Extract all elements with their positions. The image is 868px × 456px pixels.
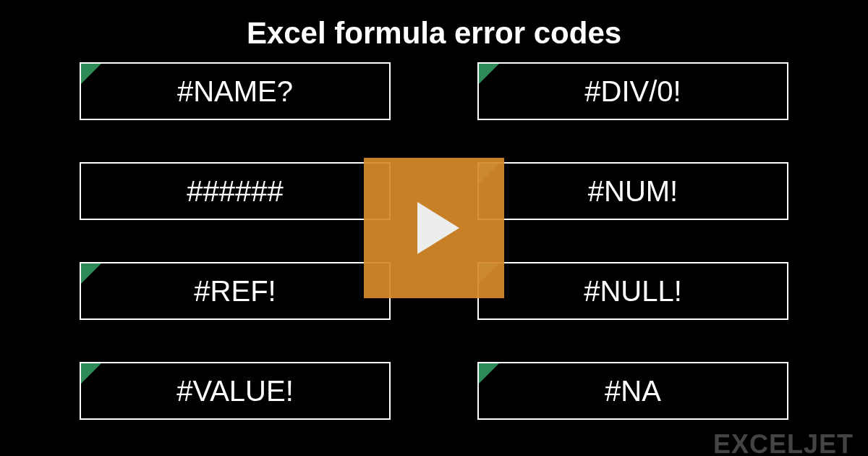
error-cell-div0: #DIV/0!: [477, 62, 788, 120]
error-cell-num: #NUM!: [477, 162, 788, 220]
cell-corner-icon: [81, 363, 101, 384]
cell-label: #NULL!: [584, 275, 682, 308]
page-title: Excel formula error codes: [0, 0, 868, 61]
brand-logo: EXCELJET: [713, 431, 854, 456]
error-cell-hashes: ######: [80, 162, 391, 220]
error-cell-name: #NAME?: [80, 62, 391, 120]
cell-label: #NAME?: [177, 75, 293, 108]
error-cell-ref: #REF!: [80, 262, 391, 320]
cell-corner-icon: [479, 363, 499, 384]
play-icon: [417, 202, 459, 254]
cell-label: #NUM!: [588, 175, 678, 208]
error-cell-null: #NULL!: [477, 262, 788, 320]
logo-text: EXCELJET: [713, 431, 854, 456]
cell-corner-icon: [479, 64, 499, 84]
play-button[interactable]: [364, 158, 504, 298]
cell-label: #NA: [605, 375, 661, 408]
cell-label: #REF!: [194, 275, 276, 308]
cell-label: #DIV/0!: [584, 75, 681, 108]
cell-label: #VALUE!: [176, 375, 294, 408]
cell-label: ######: [187, 175, 283, 208]
cell-corner-icon: [81, 263, 101, 284]
error-cell-value: #VALUE!: [80, 362, 391, 420]
error-cell-na: #NA: [477, 362, 788, 420]
cell-corner-icon: [81, 64, 101, 84]
